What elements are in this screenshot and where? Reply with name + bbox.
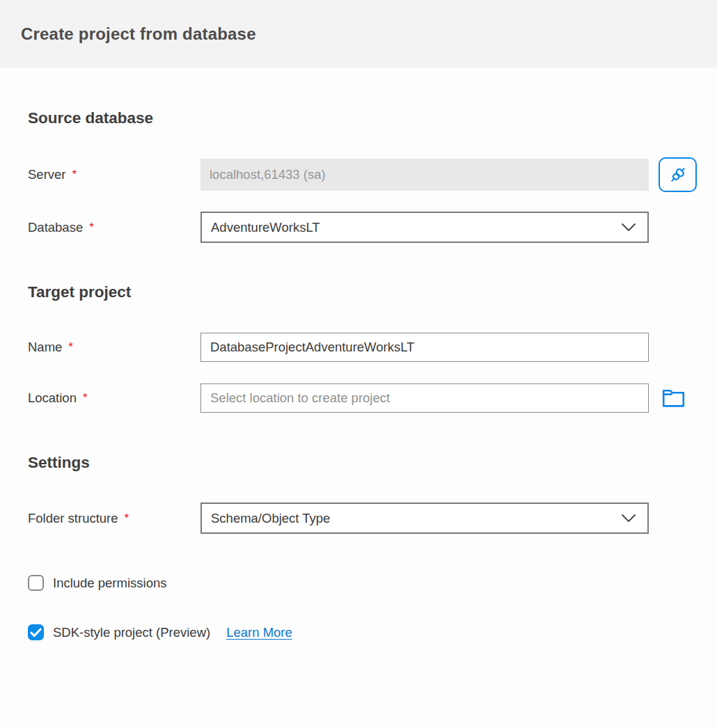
location-input[interactable] (200, 383, 649, 413)
database-field-row: Database* AdventureWorksLT (28, 212, 689, 243)
dialog-header: Create project from database (0, 0, 717, 68)
required-asterisk: * (83, 391, 88, 405)
include-permissions-row: Include permissions (28, 575, 689, 591)
folder-icon (661, 388, 686, 409)
required-asterisk: * (125, 512, 129, 525)
database-dropdown-value: AdventureWorksLT (211, 220, 320, 235)
learn-more-link[interactable]: Learn More (226, 625, 292, 640)
folder-structure-dropdown[interactable]: Schema/Object Type (200, 503, 649, 534)
browse-location-button[interactable] (661, 388, 686, 409)
database-label: Database* (28, 220, 200, 235)
required-asterisk: * (68, 340, 73, 354)
chevron-down-icon (621, 223, 636, 232)
folder-structure-dropdown-value: Schema/Object Type (211, 511, 330, 526)
location-label: Location* (28, 390, 200, 406)
plug-icon (668, 164, 688, 185)
folder-structure-label: Folder structure* (28, 511, 200, 526)
include-permissions-label: Include permissions (53, 576, 167, 591)
section-title-target-project: Target project (28, 283, 689, 301)
page-title: Create project from database (21, 24, 256, 44)
server-label: Server* (28, 167, 200, 182)
section-title-source-database: Source database (28, 109, 689, 127)
server-field-row: Server* (28, 157, 689, 192)
check-icon (30, 628, 42, 638)
folder-structure-field-row: Folder structure* Schema/Object Type (28, 503, 689, 534)
required-asterisk: * (89, 221, 94, 235)
server-input[interactable] (200, 159, 649, 191)
database-dropdown[interactable]: AdventureWorksLT (200, 212, 649, 243)
sdk-style-project-row: SDK-style project (Preview) Learn More (28, 624, 689, 640)
dialog-body: Source database Server* (0, 109, 717, 640)
chevron-down-icon (621, 514, 636, 523)
include-permissions-checkbox[interactable] (28, 575, 44, 591)
project-name-input[interactable] (200, 333, 649, 362)
sdk-style-project-checkbox[interactable] (28, 624, 44, 640)
section-title-settings: Settings (28, 454, 689, 472)
location-field-row: Location* (28, 383, 689, 413)
name-field-row: Name* (28, 333, 689, 362)
sdk-style-project-label: SDK-style project (Preview) (53, 625, 210, 640)
required-asterisk: * (72, 168, 77, 182)
name-label: Name* (28, 340, 200, 355)
connect-button[interactable] (659, 157, 697, 192)
